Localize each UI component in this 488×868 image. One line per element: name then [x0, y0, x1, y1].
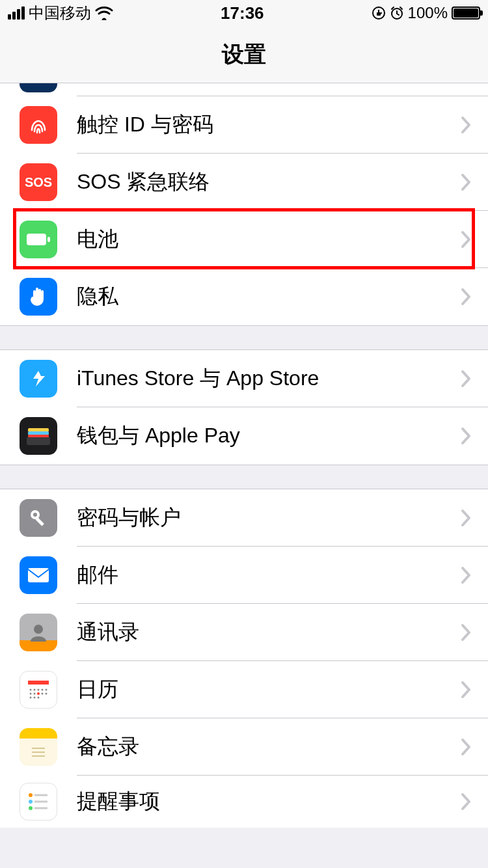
- row-contacts[interactable]: 通讯录: [0, 604, 488, 661]
- row-label: 日历: [77, 675, 461, 704]
- chevron-right-icon: [461, 370, 471, 388]
- chevron-right-icon: [461, 230, 471, 249]
- row-sos[interactable]: SOS SOS 紧急联络: [0, 154, 488, 211]
- svg-rect-1: [377, 12, 381, 16]
- partial-row-top: [0, 83, 488, 96]
- row-wallet[interactable]: 钱包与 Apple Pay: [0, 407, 488, 465]
- wallet-icon: [20, 417, 57, 455]
- row-label: 钱包与 Apple Pay: [77, 422, 461, 450]
- row-touchid[interactable]: 触控 ID 与密码: [0, 96, 488, 154]
- svg-point-21: [34, 693, 36, 695]
- row-label: 邮件: [77, 561, 461, 590]
- svg-rect-14: [28, 681, 49, 685]
- chevron-right-icon: [461, 566, 471, 584]
- battery-icon: [20, 221, 57, 258]
- svg-point-10: [33, 513, 37, 517]
- row-label: iTunes Store 与 App Store: [77, 364, 461, 393]
- hand-icon: [20, 278, 57, 316]
- settings-group-2: iTunes Store 与 App Store 钱包与 Apple Pay: [0, 349, 488, 465]
- page-title: 设置: [222, 40, 266, 70]
- svg-rect-8: [27, 437, 50, 445]
- reminders-icon: [20, 783, 57, 821]
- svg-point-31: [29, 793, 33, 797]
- svg-point-15: [30, 689, 32, 691]
- svg-point-25: [34, 697, 36, 699]
- row-label: 通讯录: [77, 618, 461, 647]
- svg-point-24: [30, 697, 32, 699]
- status-right: 100%: [372, 4, 480, 22]
- svg-point-26: [38, 697, 40, 699]
- battery-icon: [452, 7, 480, 20]
- appstore-icon: [20, 360, 57, 398]
- settings-content[interactable]: 触控 ID 与密码 SOS SOS 紧急联络 电池 隐私: [0, 83, 488, 828]
- row-appstore[interactable]: iTunes Store 与 App Store: [0, 350, 488, 407]
- row-label: 隐私: [77, 282, 461, 311]
- signal-icon: [8, 7, 25, 20]
- row-battery[interactable]: 电池: [0, 211, 488, 268]
- row-privacy[interactable]: 隐私: [0, 268, 488, 325]
- row-label: 密码与帐户: [77, 504, 461, 532]
- chevron-right-icon: [461, 793, 471, 811]
- svg-point-19: [46, 689, 47, 691]
- svg-point-27: [37, 692, 40, 695]
- chevron-right-icon: [461, 623, 471, 642]
- alarm-icon: [390, 6, 404, 20]
- chevron-right-icon: [461, 738, 471, 756]
- sos-icon: SOS: [20, 163, 57, 201]
- svg-rect-12: [28, 568, 49, 582]
- chevron-right-icon: [461, 173, 471, 191]
- settings-group-1: 触控 ID 与密码 SOS SOS 紧急联络 电池 隐私: [0, 83, 488, 326]
- fingerprint-icon: [20, 106, 57, 144]
- svg-rect-4: [47, 237, 50, 242]
- nav-bar: 设置: [0, 26, 488, 83]
- key-icon: [20, 499, 57, 537]
- chevron-right-icon: [461, 681, 471, 699]
- svg-point-33: [29, 800, 33, 804]
- battery-percent: 100%: [408, 4, 448, 22]
- row-label: 提醒事项: [77, 787, 461, 816]
- row-notes[interactable]: 备忘录: [0, 718, 488, 776]
- chevron-right-icon: [461, 427, 471, 445]
- wifi-icon: [95, 6, 113, 20]
- row-label: 电池: [77, 225, 461, 254]
- chevron-right-icon: [461, 116, 471, 134]
- status-bar: 中国移动 17:36 100%: [0, 0, 488, 26]
- calendar-icon: [20, 671, 57, 709]
- chevron-right-icon: [461, 288, 471, 306]
- settings-group-3: 密码与帐户 邮件 通讯录 日历: [0, 489, 488, 828]
- contacts-icon: [20, 614, 57, 651]
- svg-point-20: [30, 693, 32, 695]
- svg-point-16: [34, 689, 36, 691]
- row-reminders[interactable]: 提醒事项: [0, 776, 488, 828]
- row-label: 备忘录: [77, 733, 461, 761]
- mail-icon: [20, 556, 57, 594]
- notes-icon: [20, 728, 57, 766]
- carrier-label: 中国移动: [29, 3, 91, 23]
- svg-point-18: [42, 689, 44, 691]
- status-time: 17:36: [221, 3, 264, 23]
- svg-point-17: [38, 689, 40, 691]
- row-mail[interactable]: 邮件: [0, 547, 488, 604]
- svg-point-23: [46, 693, 47, 695]
- svg-point-35: [29, 806, 33, 810]
- row-calendar[interactable]: 日历: [0, 661, 488, 718]
- chevron-right-icon: [461, 509, 471, 527]
- svg-rect-3: [27, 234, 46, 245]
- status-left: 中国移动: [8, 3, 113, 23]
- rotation-lock-icon: [372, 6, 386, 20]
- row-label: SOS 紧急联络: [77, 168, 461, 197]
- row-label: 触控 ID 与密码: [77, 111, 461, 139]
- svg-point-13: [34, 625, 43, 634]
- row-passwords[interactable]: 密码与帐户: [0, 489, 488, 547]
- svg-rect-11: [35, 517, 44, 526]
- svg-point-22: [42, 693, 44, 695]
